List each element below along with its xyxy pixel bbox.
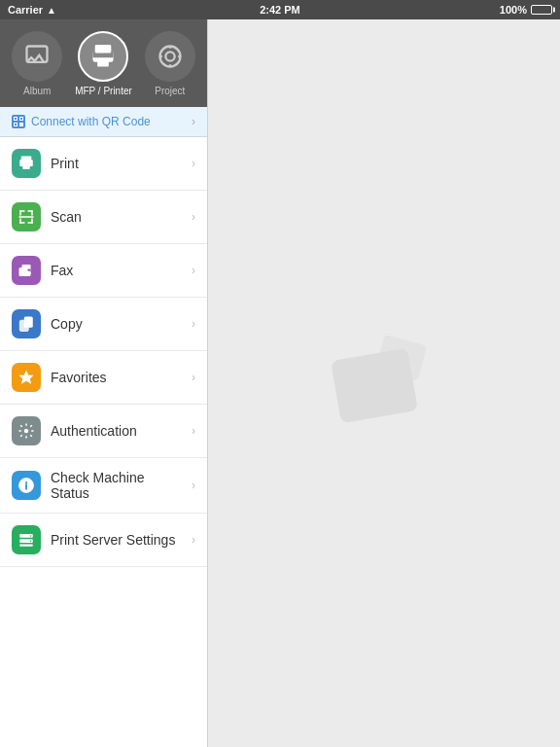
server-icon-bg — [12, 525, 41, 554]
wifi-icon: ▲ — [47, 5, 56, 16]
menu-label-machine-status: Check Machine Status — [51, 470, 182, 501]
top-nav: Album MFP / Printer — [0, 19, 207, 107]
copy-icon — [18, 315, 35, 333]
project-icon-circle — [145, 31, 195, 82]
svg-point-6 — [159, 46, 180, 66]
print-icon — [18, 155, 35, 172]
connect-banner-content: Connect with QR Code — [12, 115, 151, 128]
machine-status-chevron-icon: › — [192, 479, 195, 492]
status-bar-left: Carrier ▲ — [8, 4, 56, 16]
menu-label-fax: Fax — [51, 263, 182, 278]
copy-chevron-icon: › — [192, 317, 195, 331]
svg-rect-5 — [95, 45, 111, 53]
scan-icon — [18, 208, 35, 226]
svg-rect-29 — [28, 269, 31, 271]
placeholder-shape-main — [331, 348, 418, 424]
menu-item-fax[interactable]: Fax › — [0, 244, 207, 298]
svg-rect-32 — [19, 320, 28, 331]
menu-item-server-settings[interactable]: Print Server Settings › — [0, 514, 207, 567]
menu-item-authentication[interactable]: Authentication › — [0, 405, 207, 458]
right-panel — [208, 19, 560, 747]
menu-label-favorites: Favorites — [51, 370, 182, 385]
status-bar-time: 2:42 PM — [260, 4, 300, 16]
carrier-label: Carrier — [8, 4, 43, 16]
svg-rect-17 — [22, 164, 30, 169]
menu-label-authentication: Authentication — [51, 423, 182, 439]
print-chevron-icon: › — [192, 157, 195, 170]
status-bar-right: 100% — [500, 4, 552, 16]
svg-rect-19 — [19, 210, 21, 215]
nav-item-album[interactable]: Album — [4, 31, 70, 96]
auth-chevron-icon: › — [192, 424, 195, 438]
left-panel: Album MFP / Printer — [0, 19, 208, 747]
project-icon — [157, 43, 184, 70]
svg-point-40 — [30, 535, 32, 537]
print-icon-bg — [12, 149, 41, 178]
server-icon — [18, 531, 35, 549]
status-bar: Carrier ▲ 2:42 PM 100% — [0, 0, 560, 19]
qr-icon — [12, 115, 25, 128]
nav-item-project[interactable]: Project — [137, 31, 203, 96]
svg-marker-33 — [19, 371, 34, 384]
menu-item-scan[interactable]: Scan › — [0, 191, 207, 244]
gear-icon — [18, 422, 35, 440]
printer-icon-circle — [78, 31, 128, 82]
fax-icon — [18, 262, 35, 279]
svg-point-7 — [165, 52, 174, 60]
connect-label: Connect with QR Code — [31, 115, 151, 128]
svg-rect-26 — [19, 216, 34, 218]
connect-chevron-icon: › — [192, 115, 195, 128]
menu-label-copy: Copy — [51, 316, 182, 332]
svg-point-34 — [24, 429, 29, 434]
menu-label-print: Print — [51, 156, 182, 171]
menu-list: Print › — [0, 137, 207, 747]
svg-rect-21 — [31, 210, 33, 215]
menu-item-print[interactable]: Print › — [0, 137, 207, 191]
info-icon — [18, 477, 35, 494]
machine-status-icon-bg — [12, 471, 41, 500]
auth-icon-bg — [12, 416, 41, 445]
nav-label-project: Project — [155, 86, 185, 96]
connect-banner[interactable]: Connect with QR Code › — [0, 107, 207, 137]
album-icon — [23, 43, 51, 70]
placeholder-image — [326, 335, 442, 432]
svg-rect-39 — [19, 545, 33, 547]
svg-rect-13 — [15, 124, 17, 125]
svg-rect-25 — [31, 219, 33, 224]
app-container: Album MFP / Printer — [0, 19, 560, 747]
fax-icon-bg — [12, 256, 41, 285]
menu-item-machine-status[interactable]: Check Machine Status › — [0, 458, 207, 514]
svg-point-30 — [29, 272, 31, 274]
menu-item-copy[interactable]: Copy › — [0, 298, 207, 351]
scan-chevron-icon: › — [192, 210, 195, 224]
battery-icon — [531, 5, 552, 15]
printer-icon — [89, 43, 117, 70]
fax-chevron-icon: › — [192, 264, 195, 277]
svg-rect-23 — [19, 219, 21, 224]
battery-label: 100% — [500, 4, 527, 16]
nav-label-album: Album — [23, 86, 51, 96]
album-icon-circle — [12, 31, 62, 82]
svg-rect-28 — [22, 265, 31, 269]
svg-rect-11 — [15, 118, 17, 120]
menu-label-scan: Scan — [51, 209, 182, 225]
star-icon — [18, 369, 35, 386]
scan-icon-bg — [12, 202, 41, 231]
favorites-chevron-icon: › — [192, 371, 195, 384]
nav-item-printer[interactable]: MFP / Printer — [70, 31, 136, 96]
menu-item-favorites[interactable]: Favorites › — [0, 351, 207, 405]
server-settings-chevron-icon: › — [192, 533, 195, 547]
nav-label-printer: MFP / Printer — [75, 86, 132, 96]
favorites-icon-bg — [12, 363, 41, 392]
svg-rect-12 — [20, 118, 22, 120]
svg-rect-14 — [19, 123, 23, 126]
copy-icon-bg — [12, 309, 41, 338]
svg-point-41 — [30, 540, 32, 542]
svg-rect-3 — [98, 58, 110, 66]
menu-label-server-settings: Print Server Settings — [51, 532, 182, 548]
